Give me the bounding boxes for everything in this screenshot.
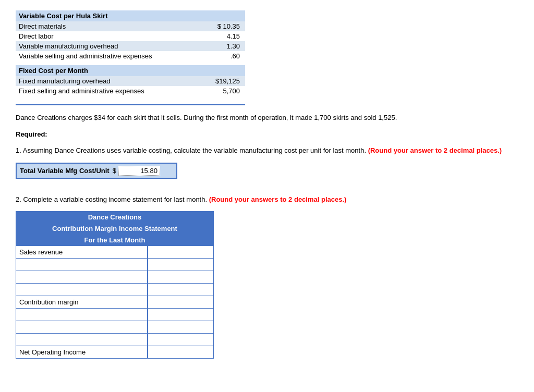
fixed-selling-amount: 5,700 <box>201 86 245 96</box>
description-text: Dance Creations charges $34 for each ski… <box>16 113 518 123</box>
fixed-selling-row: Fixed selling and administrative expense… <box>16 86 245 96</box>
income-title1-row: Dance Creations <box>16 211 214 223</box>
empty-label-1-input[interactable] <box>19 259 147 271</box>
total-var-label: Total Variable Mfg Cost/Unit <box>20 167 110 175</box>
sales-revenue-label: Sales revenue <box>16 246 148 258</box>
var-mfg-overhead-row: Variable manufacturing overhead 1.30 <box>16 41 245 51</box>
net-operating-income-row: Net Operating Income <box>16 346 214 358</box>
empty-label-2-input[interactable] <box>19 271 147 283</box>
direct-labor-label: Direct labor <box>16 31 201 41</box>
fixed-header-label: Fixed Cost per Month <box>16 65 245 76</box>
empty-label-4-input[interactable] <box>19 309 147 321</box>
variable-cost-header: Variable Cost per Hula Skirt <box>16 10 245 21</box>
income-title3-row: For the Last Month <box>16 234 214 246</box>
sales-revenue-input[interactable] <box>148 246 213 258</box>
empty-value-1-input[interactable] <box>148 259 213 271</box>
divider <box>16 104 245 105</box>
empty-value-3-input[interactable] <box>148 284 213 296</box>
var-selling-amount: .60 <box>201 51 245 61</box>
required-label: Required: <box>16 130 518 138</box>
empty-row-6 <box>16 333 214 346</box>
fixed-mfg-amount: $19,125 <box>201 76 245 86</box>
q1-round: (Round your answer to 2 decimal places.) <box>368 146 502 154</box>
net-operating-income-input[interactable] <box>148 346 213 358</box>
empty-value-5-input[interactable] <box>148 321 213 333</box>
direct-materials-label: Direct materials <box>16 21 201 31</box>
direct-labor-row: Direct labor 4.15 <box>16 31 245 41</box>
income-title3: For the Last Month <box>16 234 214 246</box>
fixed-selling-label: Fixed selling and administrative expense… <box>16 86 201 96</box>
contribution-margin-value[interactable] <box>148 296 213 308</box>
var-mfg-overhead-label: Variable manufacturing overhead <box>16 41 201 51</box>
contribution-margin-label: Contribution margin <box>16 296 148 308</box>
q2-section: 2. Complete a variable costing income st… <box>16 194 518 359</box>
direct-materials-amount: $ 10.35 <box>201 21 245 31</box>
empty-row-2 <box>16 271 214 283</box>
empty-row-5 <box>16 321 214 333</box>
empty-row-1 <box>16 258 214 271</box>
q2-text: 2. Complete a variable costing income st… <box>16 194 518 205</box>
variable-header-label: Variable Cost per Hula Skirt <box>16 10 245 21</box>
direct-labor-amount: 4.15 <box>201 31 245 41</box>
income-title2-row: Contribution Margin Income Statement <box>16 223 214 234</box>
empty-label-3-input[interactable] <box>19 284 147 296</box>
q1-text: 1. Assuming Dance Creations uses variabl… <box>16 145 518 156</box>
empty-value-4-input[interactable] <box>148 309 213 321</box>
empty-label-6-input[interactable] <box>19 334 147 346</box>
contribution-margin-row: Contribution margin <box>16 296 214 308</box>
fixed-mfg-label: Fixed manufacturing overhead <box>16 76 201 86</box>
net-operating-income-value[interactable] <box>148 346 213 358</box>
income-statement-table: Dance Creations Contribution Margin Inco… <box>16 211 214 359</box>
sales-revenue-value[interactable] <box>148 246 213 258</box>
empty-value-6-input[interactable] <box>148 334 213 346</box>
empty-row-3 <box>16 283 214 296</box>
q2-round: (Round your answers to 2 decimal places.… <box>209 195 347 203</box>
empty-label-5-input[interactable] <box>19 321 147 333</box>
var-mfg-overhead-amount: 1.30 <box>201 41 245 51</box>
dollar-sign: $ <box>113 167 116 175</box>
fixed-cost-header: Fixed Cost per Month <box>16 65 245 76</box>
empty-value-2-input[interactable] <box>148 271 213 283</box>
income-title2: Contribution Margin Income Statement <box>16 223 214 234</box>
fixed-mfg-row: Fixed manufacturing overhead $19,125 <box>16 76 245 86</box>
sales-revenue-row: Sales revenue <box>16 246 214 258</box>
contribution-margin-input[interactable] <box>148 296 213 308</box>
total-var-answer-row: Total Variable Mfg Cost/Unit $ <box>16 163 177 179</box>
net-operating-income-label: Net Operating Income <box>16 346 148 358</box>
var-selling-label: Variable selling and administrative expe… <box>16 51 201 61</box>
direct-materials-row: Direct materials $ 10.35 <box>16 21 245 31</box>
empty-row-4 <box>16 308 214 321</box>
income-title1: Dance Creations <box>16 211 214 223</box>
cost-table: Variable Cost per Hula Skirt Direct mate… <box>16 10 245 96</box>
total-var-input[interactable] <box>118 166 160 176</box>
var-selling-row: Variable selling and administrative expe… <box>16 51 245 61</box>
